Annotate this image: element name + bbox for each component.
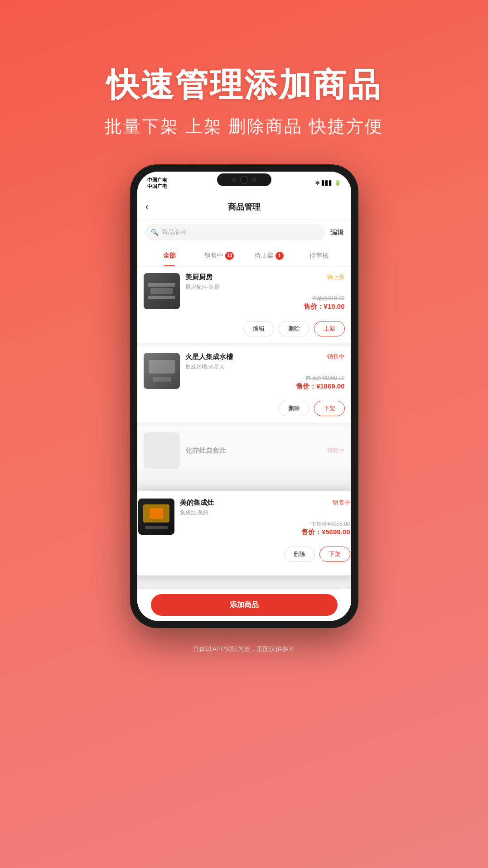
product-row-1: 美厨厨房 待上架 厨房配件·美厨 市场价¥19.00 售价：¥10.00 — [144, 273, 345, 317]
phone-mockup: 中国广电 中国广电 1:43 ⚛ ▋▋▋ 🔋 ‹ 商品管理 — [0, 165, 488, 627]
action-row-1: 编辑 删除 上架 — [144, 317, 345, 343]
sale-price-1: 售价：¥10.00 — [304, 302, 345, 311]
camera-notch — [217, 173, 271, 186]
product-thumb-3 — [138, 499, 174, 535]
product-list: 美厨厨房 待上架 厨房配件·美厨 市场价¥19.00 售价：¥10.00 编辑 — [137, 267, 351, 621]
hero-section: 快速管理添加商品 批量下架 上架 删除商品 快捷方便 — [0, 0, 488, 138]
hero-title: 快速管理添加商品 — [0, 32, 488, 107]
product-category-1: 厨房配件·美厨 — [185, 283, 345, 291]
tab-pending-shelf-label: 待上架 — [255, 252, 274, 260]
tab-all-label: 全部 — [163, 252, 176, 260]
product-card-2: 火星人集成水槽 销售中 集成水槽·火星人 市场价¥1900.00 售价：¥186… — [137, 346, 351, 422]
product-price-1: 市场价¥19.00 售价：¥10.00 — [185, 295, 345, 311]
market-price-3: 市场价¥6058.00 — [311, 520, 350, 528]
vatti-product-row: 化亦灶自套灶 销售中 — [144, 432, 345, 469]
vatti-status: 销售中 — [327, 446, 345, 455]
action-row-2: 删除 下架 — [144, 396, 345, 422]
tab-pending-review[interactable]: 待审核 — [294, 245, 344, 266]
delist-product-btn-2[interactable]: 下架 — [314, 401, 345, 416]
battery-icon: 🔋 — [334, 180, 341, 186]
carrier2: 中国广电 — [147, 183, 167, 189]
sale-price-3: 售价：¥5699.00 — [301, 528, 350, 537]
product-status-2: 销售中 — [327, 353, 345, 361]
product-card-1: 美厨厨房 待上架 厨房配件·美厨 市场价¥19.00 售价：¥10.00 编辑 — [137, 267, 351, 343]
hero-subtitle: 批量下架 上架 删除商品 快捷方便 — [0, 115, 488, 138]
product-row-2: 火星人集成水槽 销售中 集成水槽·火星人 市场价¥1900.00 售价：¥186… — [144, 353, 345, 396]
sale-price-2: 售价：¥1869.00 — [296, 382, 345, 391]
status-icons: ⚛ ▋▋▋ 🔋 — [315, 180, 341, 186]
phone-frame: 中国广电 中国广电 1:43 ⚛ ▋▋▋ 🔋 ‹ 商品管理 — [131, 165, 358, 627]
search-placeholder: 商品名称 — [161, 228, 187, 236]
list-product-btn-1[interactable]: 上架 — [314, 321, 345, 336]
signal-icon: ▋▋▋ — [322, 181, 333, 186]
action-row-3: 删除 下架 — [138, 542, 350, 568]
app-header: ‹ 商品管理 — [137, 194, 351, 220]
search-icon: 🔍 — [151, 229, 159, 236]
footer-note: 具体以APP实际为准，页面仅供参考 — [0, 645, 488, 653]
vatti-info: 化亦灶自套灶 — [185, 446, 226, 455]
camera-dot2 — [252, 177, 256, 182]
product-info-3: 美的集成灶 销售中 集成灶·美的 市场价¥6058.00 售价：¥5699.00 — [180, 499, 350, 537]
tab-pending-shelf[interactable]: 待上架 1 — [244, 245, 294, 266]
tab-selling-badge: 13 — [225, 252, 234, 260]
product-card-4: 化亦灶自套灶 销售中 — [137, 426, 351, 469]
edit-product-btn-1[interactable]: 编辑 — [243, 321, 274, 336]
add-product-bar: 添加商品 — [137, 589, 351, 621]
delete-product-btn-1[interactable]: 删除 — [279, 321, 309, 336]
product-name-1: 美厨厨房 — [185, 273, 213, 282]
camera-lens — [240, 176, 248, 184]
delete-product-btn-3[interactable]: 删除 — [284, 547, 315, 562]
product-thumb-2 — [144, 353, 180, 389]
tab-selling-label: 销售中 — [204, 252, 223, 260]
tab-all[interactable]: 全部 — [145, 245, 194, 266]
vatti-thumb — [144, 432, 180, 469]
carrier1: 中国广电 — [147, 177, 167, 183]
product-status-1: 待上架 — [327, 273, 345, 281]
add-product-button[interactable]: 添加商品 — [151, 594, 338, 616]
carrier-info: 中国广电 中国广电 — [147, 177, 167, 190]
product-category-3: 集成灶·美的 — [180, 509, 350, 517]
tabs-row: 全部 销售中 13 待上架 1 待审核 — [137, 245, 351, 267]
product-name-2: 火星人集成水槽 — [185, 353, 233, 361]
product-name-3: 美的集成灶 — [180, 499, 214, 507]
edit-button[interactable]: 编辑 — [330, 228, 344, 237]
tab-pending-shelf-badge: 1 — [275, 252, 284, 260]
phone-screen: 中国广电 中国广电 1:43 ⚛ ▋▋▋ 🔋 ‹ 商品管理 — [137, 172, 351, 621]
product-category-2: 集成水槽·火星人 — [185, 363, 345, 371]
tab-pending-review-label: 待审核 — [309, 252, 329, 260]
back-button[interactable]: ‹ — [145, 201, 149, 213]
product-price-3: 市场价¥6058.00 售价：¥5699.00 — [180, 520, 350, 537]
product-price-2: 市场价¥1900.00 售价：¥1869.00 — [185, 374, 345, 391]
product-row-3: 美的集成灶 销售中 集成灶·美的 市场价¥6058.00 售价：¥5699.00 — [138, 499, 350, 542]
page-title: 商品管理 — [228, 201, 261, 212]
product-info-1: 美厨厨房 待上架 厨房配件·美厨 市场价¥19.00 售价：¥10.00 — [185, 273, 345, 311]
tab-selling[interactable]: 销售中 13 — [194, 245, 244, 266]
product-info-2: 火星人集成水槽 销售中 集成水槽·火星人 市场价¥1900.00 售价：¥186… — [185, 353, 345, 391]
wifi-icon: ⚛ — [315, 180, 320, 186]
product-thumb-1 — [144, 273, 180, 309]
product-status-3: 销售中 — [333, 499, 350, 507]
search-row: 🔍 商品名称 编辑 — [137, 220, 351, 245]
search-input[interactable]: 🔍 商品名称 — [145, 224, 325, 240]
camera-dot — [232, 177, 237, 182]
footer-note-text: 具体以APP实际为准，页面仅供参考 — [193, 645, 295, 652]
delete-product-btn-2[interactable]: 删除 — [279, 401, 309, 416]
floating-product-card: 美的集成灶 销售中 集成灶·美的 市场价¥6058.00 售价：¥5699.00… — [137, 491, 351, 575]
market-price-1: 市场价¥19.00 — [312, 295, 345, 302]
market-price-2: 市场价¥1900.00 — [305, 374, 344, 382]
delist-product-btn-3[interactable]: 下架 — [319, 547, 350, 562]
vatti-name: 化亦灶自套灶 — [185, 446, 226, 454]
